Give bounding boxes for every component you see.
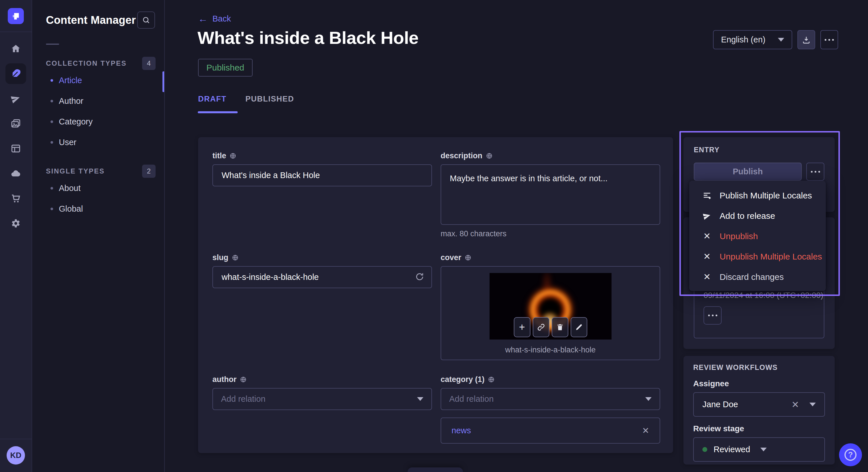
active-item-indicator [162,71,164,92]
status-badge: Published [198,59,253,76]
cross-icon: ✕ [702,231,712,241]
copy-link-button[interactable] [533,317,549,337]
publish-button[interactable]: Publish [694,163,802,181]
category-relation-select[interactable]: Add relation [441,388,660,410]
search-button[interactable] [137,11,155,29]
edit-media-button[interactable] [570,317,587,337]
section-collection-types: COLLECTION TYPES [46,59,127,67]
globe-icon [465,255,471,261]
bullet-icon [51,100,53,102]
release-date: 09/11/2024 at 16:00 (UTC+02:00) [704,291,823,300]
user-avatar[interactable]: KD [7,446,25,465]
ellipsis-icon [811,171,820,173]
tab-published[interactable]: PUBLISHED [245,95,294,103]
globe-icon [232,255,239,261]
slug-input[interactable] [212,266,432,288]
active-tab-underline [198,111,238,113]
download-button[interactable] [797,30,815,49]
bullet-icon [51,79,53,82]
entry-more-button[interactable] [806,163,825,181]
strapi-logo[interactable] [8,8,24,24]
menu-item-unpublish-multiple-locales[interactable]: ✕ Unpublish Multiple Locales [689,246,826,267]
content-manager-icon[interactable] [5,63,26,84]
globe-icon [486,153,493,159]
list-plus-icon [702,191,712,200]
menu-item-add-to-release[interactable]: Add to release [689,206,826,226]
bullet-icon [51,187,53,190]
next-panel-peek [408,467,463,472]
strapi-content-manager: { "colors": { "primary": "#7b79ff", "pri… [0,0,868,472]
chevron-down-icon [645,397,652,401]
assignee-select[interactable]: Jane Doe ✕ [693,392,825,417]
delete-media-button[interactable] [552,317,568,337]
sidebar-item-category[interactable]: Category [33,111,164,132]
locale-select[interactable]: English (en) [713,30,792,49]
remove-relation-icon[interactable]: ✕ [642,426,649,436]
sidebar-item-about[interactable]: About [33,178,164,198]
paper-plane-icon [702,211,712,221]
title-input[interactable] [212,164,432,187]
bullet-icon [51,121,53,123]
content-manager-subnav: Content Manager COLLECTION TYPES 4 Artic… [33,0,165,472]
field-description: description Maybe the answer is in this … [441,151,660,238]
menu-item-unpublish[interactable]: ✕ Unpublish [689,226,826,246]
description-textarea[interactable]: Maybe the answer is in this article, or … [441,164,660,225]
category-relation-item: news ✕ [441,417,660,444]
marketplace-cart-icon[interactable] [5,188,26,209]
clear-assignee-icon[interactable]: ✕ [792,399,799,410]
section-single-types: SINGLE TYPES [46,167,105,175]
version-tabs: DRAFT PUBLISHED [198,95,294,103]
trash-icon [556,323,564,332]
page-title: What's inside a Black Hole [197,28,418,48]
releases-icon[interactable] [5,88,26,109]
chevron-down-icon [761,448,767,451]
field-author: author Add relation [212,375,432,444]
pencil-icon [575,323,583,332]
menu-item-discard-changes[interactable]: ✕ Discard changes [689,267,826,287]
plus-icon: + [519,321,525,333]
title-label: title [212,151,226,160]
field-cover: cover + [441,253,660,360]
header-more-button[interactable] [820,30,838,49]
author-relation-select[interactable]: Add relation [212,388,432,410]
help-button[interactable]: ? [839,443,862,466]
review-stage-select[interactable]: Reviewed [693,437,825,462]
content-type-builder-icon[interactable] [5,138,26,159]
tab-draft[interactable]: DRAFT [198,95,226,103]
sidebar-item-author[interactable]: Author [33,91,164,111]
media-library-icon[interactable] [5,113,26,134]
bullet-icon [51,141,53,144]
cross-icon: ✕ [702,272,712,282]
category-label: category (1) [441,375,485,384]
cloud-deploy-icon[interactable] [5,163,26,184]
subnav-title: Content Manager [46,14,136,26]
review-workflows-panel: REVIEW WORKFLOWS Assignee Jane Doe ✕ Rev… [683,356,835,465]
menu-item-publish-multiple-locales[interactable]: Publish Multiple Locales [689,185,826,206]
sidebar-item-global[interactable]: Global [33,198,164,219]
chevron-down-icon [809,403,816,406]
home-icon[interactable] [5,38,26,59]
back-link[interactable]: ← Back [198,14,231,24]
cover-media-card: + [441,266,660,360]
regenerate-icon[interactable] [415,272,425,281]
author-label: author [212,375,237,384]
link-icon [537,323,546,332]
field-category: category (1) Add relation news ✕ [441,375,660,444]
main-nav-rail: KD [0,0,32,472]
single-types-count: 2 [142,165,156,178]
assignee-label: Assignee [693,379,825,388]
release-more-button[interactable] [704,306,722,325]
cross-icon: ✕ [702,251,712,262]
entry-form-panel: title description Maybe the answer is in… [198,137,673,453]
cover-filename: what-s-inside-a-black-hole [441,345,660,355]
sidebar-item-article[interactable]: Article [33,70,164,91]
relation-news-link[interactable]: news [452,426,471,435]
download-icon [802,35,811,44]
ellipsis-icon [708,314,717,316]
sidebar-item-user[interactable]: User [33,132,164,153]
rail-divider [0,32,32,32]
settings-gear-icon[interactable] [5,213,26,234]
description-label: description [441,151,483,160]
add-media-button[interactable]: + [514,317,530,337]
chevron-down-icon [778,38,784,42]
